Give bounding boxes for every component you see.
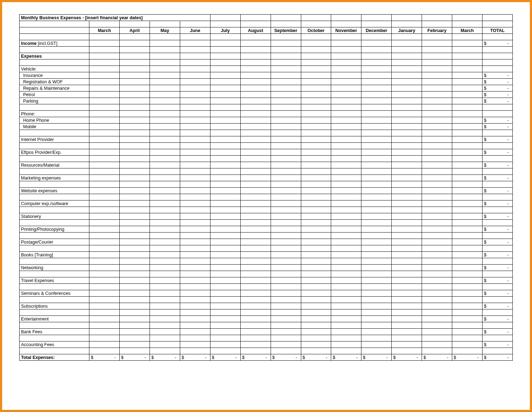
expense-cell[interactable] — [392, 72, 422, 79]
cell[interactable] — [180, 309, 210, 316]
expense-cell[interactable] — [240, 175, 271, 181]
cell[interactable] — [482, 15, 512, 21]
expense-cell[interactable] — [452, 226, 483, 233]
cell[interactable] — [20, 220, 89, 226]
expense-cell[interactable] — [361, 79, 392, 85]
cell[interactable] — [150, 111, 180, 117]
cell[interactable] — [150, 66, 180, 72]
cell[interactable] — [210, 233, 240, 239]
expense-cell[interactable] — [240, 316, 271, 322]
expense-cell[interactable] — [120, 92, 150, 98]
cell[interactable] — [392, 53, 422, 59]
cell[interactable] — [452, 15, 483, 21]
cell[interactable] — [210, 271, 240, 277]
cell[interactable] — [392, 181, 422, 188]
expense-cell[interactable] — [180, 200, 210, 207]
expense-cell[interactable] — [120, 265, 150, 271]
cell[interactable] — [210, 59, 240, 66]
expense-cell[interactable] — [180, 79, 210, 85]
expense-cell[interactable] — [452, 98, 483, 104]
cell[interactable] — [271, 220, 301, 226]
expense-cell[interactable] — [150, 213, 180, 220]
expense-cell[interactable] — [422, 252, 452, 258]
cell[interactable] — [482, 47, 512, 53]
expense-cell[interactable] — [150, 226, 180, 233]
expense-cell[interactable] — [240, 200, 271, 207]
cell[interactable] — [150, 34, 180, 40]
cell[interactable] — [301, 47, 331, 53]
cell[interactable] — [240, 34, 271, 40]
expense-cell[interactable] — [392, 303, 422, 309]
income-cell[interactable] — [361, 40, 392, 47]
cell[interactable] — [150, 53, 180, 59]
expense-cell[interactable] — [422, 277, 452, 284]
income-cell[interactable] — [271, 40, 301, 47]
expense-cell[interactable] — [150, 341, 180, 348]
expense-cell[interactable] — [452, 149, 483, 156]
cell[interactable] — [150, 220, 180, 226]
expense-cell[interactable] — [180, 136, 210, 143]
expense-cell[interactable] — [331, 92, 361, 98]
expense-cell[interactable] — [240, 124, 271, 130]
expense-cell[interactable] — [392, 290, 422, 297]
expense-cell[interactable] — [422, 175, 452, 181]
expense-cell[interactable] — [271, 79, 301, 85]
cell[interactable] — [89, 322, 120, 329]
cell[interactable] — [180, 245, 210, 252]
cell[interactable] — [240, 271, 271, 277]
cell[interactable] — [20, 130, 89, 136]
cell[interactable] — [301, 53, 331, 59]
cell[interactable] — [271, 111, 301, 117]
cell[interactable] — [331, 245, 361, 252]
expense-cell[interactable] — [422, 162, 452, 168]
expense-cell[interactable] — [422, 85, 452, 92]
cell[interactable] — [392, 309, 422, 316]
cell[interactable] — [452, 220, 483, 226]
expense-cell[interactable] — [361, 277, 392, 284]
expense-cell[interactable] — [150, 303, 180, 309]
expense-cell[interactable] — [210, 290, 240, 297]
expense-cell[interactable] — [271, 290, 301, 297]
cell[interactable] — [482, 245, 512, 252]
cell[interactable] — [331, 53, 361, 59]
cell[interactable] — [452, 66, 483, 72]
cell[interactable] — [301, 297, 331, 303]
cell[interactable] — [392, 271, 422, 277]
cell[interactable] — [20, 348, 89, 354]
expense-cell[interactable] — [361, 175, 392, 181]
cell[interactable] — [271, 297, 301, 303]
expense-cell[interactable] — [452, 290, 483, 297]
expense-cell[interactable] — [89, 329, 120, 335]
expense-cell[interactable] — [331, 341, 361, 348]
cell[interactable] — [20, 258, 89, 265]
expense-cell[interactable] — [89, 79, 120, 85]
cell[interactable] — [180, 104, 210, 111]
cell[interactable] — [240, 143, 271, 149]
cell[interactable] — [422, 322, 452, 329]
cell[interactable] — [89, 130, 120, 136]
cell[interactable] — [120, 111, 150, 117]
cell[interactable] — [361, 297, 392, 303]
expense-cell[interactable] — [392, 162, 422, 168]
expense-cell[interactable] — [392, 329, 422, 335]
cell[interactable] — [20, 156, 89, 162]
cell[interactable] — [301, 322, 331, 329]
cell[interactable] — [422, 194, 452, 200]
cell[interactable] — [392, 168, 422, 175]
expense-cell[interactable] — [422, 188, 452, 194]
cell[interactable] — [301, 156, 331, 162]
cell[interactable] — [452, 181, 483, 188]
expense-cell[interactable] — [120, 290, 150, 297]
expense-cell[interactable] — [331, 188, 361, 194]
cell[interactable] — [240, 194, 271, 200]
cell[interactable] — [361, 322, 392, 329]
expense-cell[interactable] — [452, 85, 483, 92]
cell[interactable] — [120, 271, 150, 277]
expense-cell[interactable] — [331, 329, 361, 335]
cell[interactable] — [361, 233, 392, 239]
cell[interactable] — [422, 348, 452, 354]
cell[interactable] — [120, 21, 150, 27]
cell[interactable] — [120, 156, 150, 162]
expense-cell[interactable] — [271, 341, 301, 348]
cell[interactable] — [20, 168, 89, 175]
